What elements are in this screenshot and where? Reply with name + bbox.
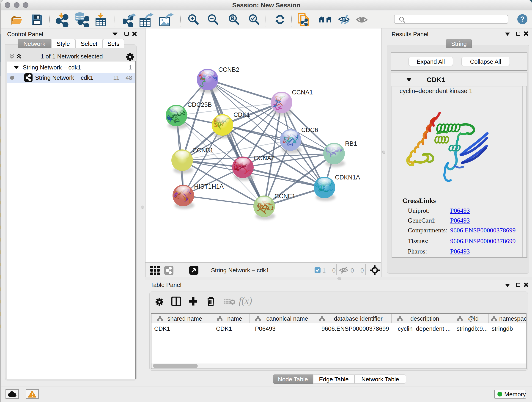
svg-text:CDKN1A: CDKN1A	[335, 174, 360, 181]
svg-text:CCNA2: CCNA2	[254, 155, 275, 162]
svg-text:CDC6: CDC6	[301, 127, 318, 133]
svg-text:CDK1: CDK1	[234, 111, 250, 118]
svg-text:HIST1H1A: HIST1H1A	[194, 183, 224, 190]
svg-text:CCNE1: CCNE1	[274, 193, 296, 200]
svg-text:CCNA1: CCNA1	[292, 89, 313, 96]
svg-text:CCNB1: CCNB1	[192, 147, 214, 154]
svg-text:CDC25B: CDC25B	[187, 101, 212, 108]
svg-text:CCNB2: CCNB2	[218, 66, 239, 73]
svg-text:RB1: RB1	[345, 140, 357, 147]
